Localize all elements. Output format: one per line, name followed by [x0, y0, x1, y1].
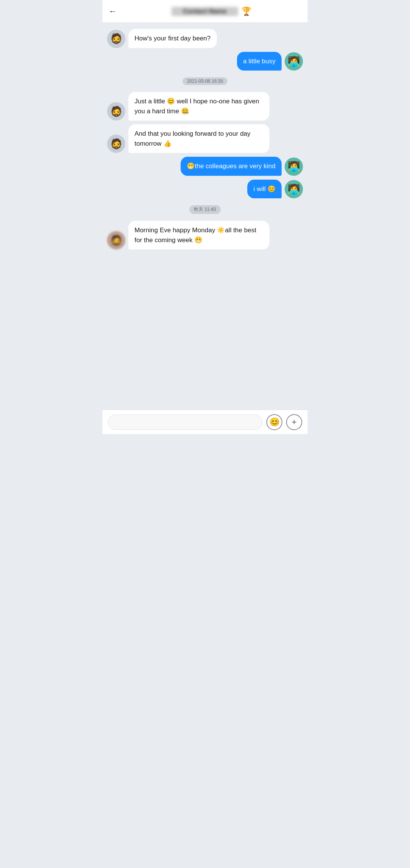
message-row: 🧔 How's your first day been?	[107, 29, 303, 48]
avatar-left: 🧔	[107, 135, 125, 153]
message-input[interactable]	[108, 415, 263, 430]
timestamp: 2021-05-06 16:30	[107, 77, 303, 85]
bottom-bar: 😊 +	[102, 410, 308, 434]
chat-header: ← Contact Name 🏆	[102, 0, 308, 23]
message-text: Morning Eve happy Monday ☀️all the best …	[135, 227, 256, 244]
contact-name: Contact Name	[171, 7, 238, 16]
avatar-right: 🧑‍💻	[285, 180, 303, 198]
chat-area: 🧔 How's your first day been? 🧑‍💻 a littl…	[102, 23, 308, 410]
avatar-left: 🧔	[107, 30, 125, 48]
message-row: 🧑‍💻 😁the colleagues are very kind	[107, 157, 303, 176]
bubble-left: And that you looking forward to your day…	[128, 124, 269, 153]
avatar-man-icon: 🧔	[110, 138, 122, 150]
message-row: 🧑‍💻 i will 😊	[107, 180, 303, 199]
bubble-left: Morning Eve happy Monday ☀️all the best …	[128, 221, 269, 249]
bubble-right: 😁the colleagues are very kind	[181, 157, 282, 176]
back-button[interactable]: ←	[109, 6, 117, 16]
message-text: Just a little 😊 well I hope no-one has g…	[135, 98, 259, 115]
message-text: i will 😊	[253, 185, 275, 193]
avatar-man-icon: 🧔	[110, 106, 122, 117]
message-row: 🧔 Morning Eve happy Monday ☀️all the bes…	[107, 221, 303, 249]
bubble-left: How's your first day been?	[128, 29, 217, 48]
avatar-right: 🧑‍💻	[285, 158, 303, 176]
trophy-icon: 🏆	[241, 6, 251, 16]
bubble-right: a little busy	[237, 52, 282, 71]
header-center: Contact Name 🏆	[122, 6, 301, 16]
avatar-user-icon: 🧑‍💻	[288, 183, 300, 195]
avatar-user-icon: 🧑‍💻	[288, 56, 300, 68]
message-row: 🧔 Just a little 😊 well I hope no-one has…	[107, 92, 303, 121]
message-row: 🧔 And that you looking forward to your d…	[107, 124, 303, 153]
timestamp-text: 2021-05-06 16:30	[183, 77, 228, 85]
avatar-left-blurred: 🧔	[107, 231, 125, 249]
message-text: a little busy	[243, 58, 275, 65]
bubble-left: Just a little 😊 well I hope no-one has g…	[128, 92, 269, 121]
message-row: 🧑‍💻 a little busy	[107, 52, 303, 71]
timestamp-text: 昨天 11:40	[189, 205, 220, 214]
message-text: How's your first day been?	[135, 35, 211, 42]
message-text: And that you looking forward to your day…	[135, 130, 250, 147]
avatar-right: 🧑‍💻	[285, 52, 303, 71]
message-text: 😁the colleagues are very kind	[187, 162, 275, 170]
avatar-man-icon: 🧔	[110, 33, 122, 45]
bubble-right: i will 😊	[247, 180, 282, 199]
timestamp: 昨天 11:40	[107, 205, 303, 214]
avatar-man-blurred-icon: 🧔	[110, 235, 122, 246]
add-button[interactable]: +	[286, 414, 302, 430]
avatar-user-icon: 🧑‍💻	[288, 161, 300, 172]
emoji-button[interactable]: 😊	[266, 414, 282, 430]
avatar-left: 🧔	[107, 102, 125, 121]
